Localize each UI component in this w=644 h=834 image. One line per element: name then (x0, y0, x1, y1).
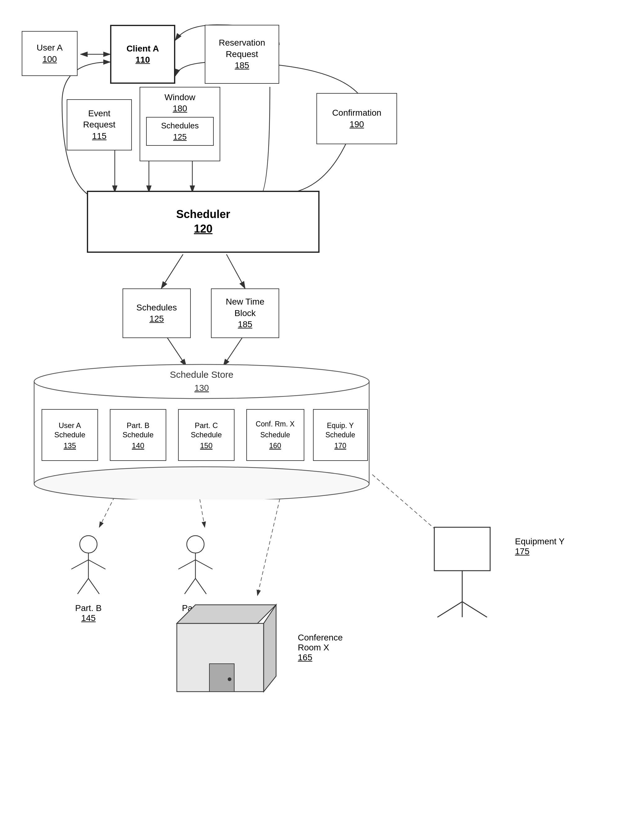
reservation-request-box: ReservationRequest 185 (205, 25, 279, 84)
svg-line-48 (196, 560, 212, 569)
equipment-y-label: Equipment Y 175 (515, 537, 602, 556)
new-time-block-label: New TimeBlock (226, 296, 264, 319)
svg-text:Schedule: Schedule (325, 431, 355, 439)
svg-text:Part. B: Part. B (126, 421, 149, 430)
svg-marker-53 (264, 605, 276, 692)
svg-text:Schedule Store: Schedule Store (170, 369, 233, 380)
window-label: Window (164, 92, 196, 103)
event-request-box: EventRequest 115 (67, 99, 132, 150)
svg-point-16 (34, 467, 369, 499)
scheduler-box: Scheduler 120 (87, 191, 320, 253)
svg-text:160: 160 (269, 442, 281, 450)
part-b-label: Part. B 145 (59, 603, 118, 623)
event-request-num: 115 (92, 131, 107, 142)
window-num: 180 (173, 103, 188, 114)
conference-room-label: ConferenceRoom X 165 (298, 633, 372, 663)
confirmation-num: 190 (350, 119, 364, 130)
svg-line-41 (71, 560, 88, 569)
svg-text:140: 140 (132, 441, 144, 450)
svg-line-7 (227, 254, 245, 288)
svg-rect-56 (434, 527, 490, 571)
svg-text:Schedule: Schedule (54, 430, 85, 439)
svg-line-50 (196, 579, 206, 594)
svg-text:Equip. Y: Equip. Y (327, 422, 354, 430)
user-a-box: User A 100 (22, 31, 78, 76)
svg-line-44 (88, 579, 99, 594)
schedules-box-2: Schedules 125 (123, 288, 191, 338)
schedule-store-cylinder: Schedule Store 130 User A Schedule 135 P… (31, 363, 372, 499)
equipment-y (419, 521, 506, 620)
svg-marker-52 (177, 605, 276, 624)
reservation-request-num: 185 (235, 60, 249, 71)
svg-text:135: 135 (63, 441, 76, 450)
svg-point-45 (187, 536, 204, 553)
svg-line-6 (161, 254, 183, 288)
svg-line-60 (462, 602, 487, 617)
svg-line-58 (437, 602, 462, 617)
reservation-request-label: ReservationRequest (219, 37, 265, 60)
svg-text:User A: User A (58, 421, 81, 430)
user-a-num: 100 (42, 54, 57, 65)
svg-point-55 (228, 677, 231, 681)
svg-line-49 (184, 579, 196, 594)
svg-text:130: 130 (194, 383, 209, 393)
new-time-block-num: 185 (238, 319, 252, 330)
svg-text:Conf. Rm. X: Conf. Rm. X (256, 420, 294, 428)
client-a-num: 110 (136, 54, 150, 65)
confirmation-label: Confirmation (332, 107, 382, 118)
svg-text:170: 170 (334, 442, 346, 450)
user-a-label: User A (37, 42, 63, 53)
scheduler-label: Scheduler (176, 207, 230, 222)
svg-text:Schedule: Schedule (123, 430, 154, 439)
svg-line-42 (88, 560, 105, 569)
client-a-label: Client A (126, 43, 159, 54)
svg-line-47 (178, 560, 196, 569)
new-time-block-box: New TimeBlock 185 (211, 288, 279, 338)
window-box: Window 180 Schedules 125 (139, 87, 220, 161)
svg-line-43 (78, 579, 88, 594)
scheduler-num: 120 (194, 222, 212, 236)
svg-point-39 (80, 536, 97, 553)
conference-room (158, 595, 288, 707)
svg-text:Schedule: Schedule (260, 431, 290, 439)
schedules-2-label: Schedules (136, 302, 177, 313)
schedules-2-num: 125 (149, 313, 164, 325)
svg-text:Schedule: Schedule (191, 430, 222, 439)
schedules-in-window-label: Schedules (161, 121, 199, 130)
svg-text:150: 150 (200, 441, 212, 450)
part-b-person (57, 533, 120, 602)
schedules-in-window-num: 125 (173, 132, 186, 141)
confirmation-box: Confirmation 190 (316, 93, 397, 144)
event-request-label: EventRequest (83, 108, 115, 131)
svg-text:Part. C: Part. C (195, 421, 218, 430)
client-a-box: Client A 110 (110, 25, 175, 84)
part-c-person (164, 533, 227, 602)
